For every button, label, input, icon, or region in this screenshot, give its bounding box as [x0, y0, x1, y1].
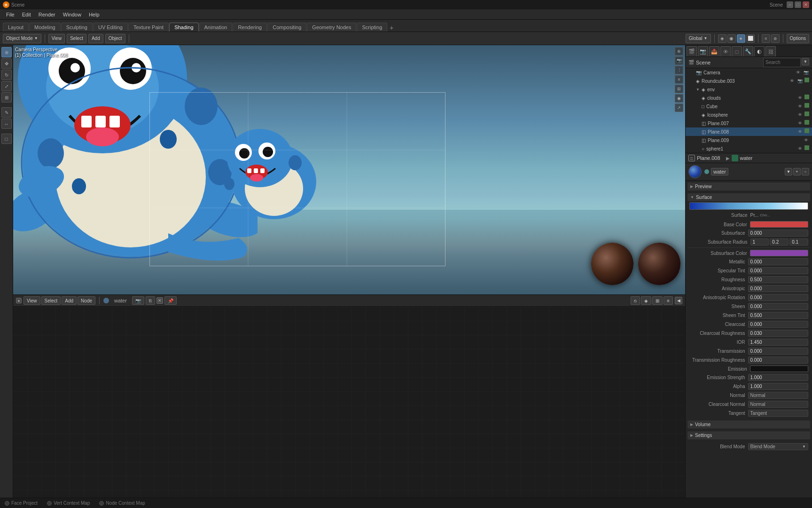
tab-geometry-nodes[interactable]: Geometry Nodes [307, 23, 356, 32]
viewport-shading-btn-1[interactable]: ◈ [718, 34, 726, 43]
node-canvas[interactable]: ● Principled BSDF BSDF Alpha GGX Christe… [13, 307, 685, 498]
cube-vis-eye[interactable]: 👁 [796, 103, 803, 110]
mat-add-btn[interactable]: + [793, 168, 801, 175]
annotate-tool[interactable]: ✎ [1, 107, 12, 118]
viewport-shading-btn-4[interactable]: ⬜ [746, 34, 755, 43]
roundcube-render-icon[interactable]: 📷 [796, 78, 803, 84]
sheen-tint-value[interactable]: 0.500 [748, 312, 809, 319]
shader-mode-icon[interactable]: ● [16, 298, 22, 303]
menu-edit[interactable]: Edit [19, 11, 34, 18]
roughness-value[interactable]: 0.500 [748, 276, 809, 283]
rotate-tool[interactable]: ↻ [1, 70, 12, 80]
outliner-item-sphere1[interactable]: ○ sphere1 👁 [686, 144, 812, 153]
normal-value[interactable]: Normal [748, 392, 809, 399]
metallic-value[interactable]: 0.000 [748, 258, 809, 265]
shader-right-btn-3[interactable]: ⊞ [652, 296, 663, 305]
viewport-btn-gizmo[interactable]: ⊞ [675, 85, 683, 93]
specular-tint-value[interactable]: 0.000 [748, 267, 809, 274]
transform-tool[interactable]: ⊞ [1, 92, 12, 103]
panel-tab-scene[interactable]: 🎬 [687, 46, 697, 56]
shader-add-btn[interactable]: Add [62, 296, 77, 305]
menu-render[interactable]: Render [35, 11, 59, 18]
viewport-3d[interactable]: Camera Perspective (1) Collection | Plan… [13, 45, 685, 294]
blend-mode-dropdown[interactable]: Blend Mode ▼ [748, 443, 809, 450]
panel-tab-constraints[interactable]: ⛓ [765, 46, 776, 56]
volume-header[interactable]: ▶ Volume [687, 421, 810, 429]
cursor-tool[interactable]: ⊕ [1, 47, 12, 57]
shader-select-btn[interactable]: Select [41, 296, 61, 305]
outliner-item-plane009[interactable]: ◫ Plane.009 👁 [686, 136, 812, 144]
tab-scripting[interactable]: Scripting [357, 23, 387, 32]
tab-modeling[interactable]: Modeling [29, 23, 61, 32]
shader-right-btn-1[interactable]: ⎋ [631, 296, 640, 305]
object-menu[interactable]: Object [105, 34, 125, 43]
panel-tab-material[interactable]: ◐ [754, 46, 765, 56]
base-color-field[interactable] [750, 221, 809, 228]
shader-pin-btn[interactable]: 📌 [164, 296, 177, 305]
viewport-btn-expand[interactable]: ↗ [675, 103, 683, 112]
gizmo-btn[interactable]: ⊕ [771, 34, 780, 43]
move-tool[interactable]: ✥ [1, 58, 12, 69]
maximize-btn[interactable]: □ [795, 1, 801, 8]
measure-tool[interactable]: ↔ [1, 119, 12, 129]
outliner-item-plane007[interactable]: ◫ Plane.007 👁 [686, 119, 812, 127]
icosphere-vis-eye[interactable]: 👁 [796, 111, 803, 118]
panel-tab-view[interactable]: 👁 [720, 46, 731, 56]
scale-tool[interactable]: ⤢ [1, 81, 12, 91]
viewport-shading-btn-2[interactable]: ◉ [727, 34, 736, 43]
mat-remove-btn[interactable]: − [802, 168, 809, 175]
add-workspace-btn[interactable]: + [390, 24, 393, 32]
shader-node-btn[interactable]: Node [78, 296, 95, 305]
tab-shading[interactable]: Shading [169, 23, 198, 32]
sub-rad-g[interactable]: 0.2 [770, 238, 789, 246]
outliner-filter-btn[interactable]: ▼ [802, 58, 809, 65]
tangent-value[interactable]: Tangent [748, 410, 809, 417]
shader-right-btn-4[interactable]: ≡ [664, 296, 673, 305]
shader-copy-btn[interactable]: ⎘ [146, 296, 155, 305]
view-menu[interactable]: View [48, 34, 65, 43]
tab-uv-editing[interactable]: UV Editing [93, 23, 128, 32]
panel-tab-modifier[interactable]: 🔧 [743, 46, 753, 56]
add-cube-tool[interactable]: □ [1, 134, 12, 144]
overlay-btn[interactable]: ≡ [762, 34, 770, 43]
viewport-btn-shading[interactable]: ◉ [675, 94, 683, 103]
camera-vis-eye[interactable]: 👁 [795, 69, 801, 76]
panel-tab-render[interactable]: 📷 [698, 46, 708, 56]
tab-compositing[interactable]: Compositing [267, 23, 306, 32]
viewport-btn-overlay[interactable]: ≡ [675, 75, 683, 84]
shader-right-btn-2[interactable]: ◈ [641, 296, 651, 305]
tab-animation[interactable]: Animation [199, 23, 233, 32]
preview-header[interactable]: ▶ Preview [687, 183, 810, 190]
emission-color-field[interactable] [750, 365, 809, 372]
viewport-btn-grid[interactable]: ⋮ [675, 66, 683, 74]
menu-file[interactable]: File [3, 11, 18, 18]
shader-close-btn[interactable]: ✕ [156, 297, 163, 304]
plane007-vis-eye[interactable]: 👁 [796, 120, 803, 127]
sheen-value[interactable]: 0.000 [748, 303, 809, 310]
alpha-value[interactable]: 1.000 [748, 383, 809, 390]
outliner-item-roundcube[interactable]: ◈ Roundcube.003 👁 📷 [686, 77, 812, 85]
outliner-item-env[interactable]: ▼ ◈ env [686, 85, 812, 94]
settings-header[interactable]: ▶ Settings [687, 431, 810, 439]
clearcoat-value[interactable]: 0.000 [748, 321, 809, 328]
outliner-item-plane008[interactable]: ◫ Plane.008 👁 [686, 127, 812, 136]
minimize-btn[interactable]: − [787, 1, 793, 8]
aniso-rot-value[interactable]: 0.000 [748, 294, 809, 301]
clearcoat-rough-value[interactable]: 0.030 [748, 330, 809, 337]
viewport-shading-btn-3[interactable]: ● [737, 34, 745, 43]
cc-normal-value[interactable]: Normal [748, 401, 809, 408]
camera-vis-render[interactable]: 📷 [803, 69, 809, 76]
menu-window[interactable]: Window [60, 11, 85, 18]
trans-rough-value[interactable]: 0.000 [748, 357, 809, 364]
sub-rad-r[interactable]: 1 [750, 238, 769, 246]
scene-dropdown[interactable]: Scene [770, 2, 783, 8]
panel-tab-object[interactable]: □ [732, 46, 742, 56]
sphere1-vis-eye[interactable]: 👁 [796, 145, 803, 152]
panel-tab-output[interactable]: 📤 [709, 46, 719, 56]
clouds-vis-eye[interactable]: 👁 [796, 95, 803, 101]
outliner-search[interactable] [763, 58, 801, 67]
surface-header[interactable]: ▼ Surface [687, 193, 810, 201]
viewport-btn-lock[interactable]: ⊕ [675, 47, 683, 56]
shader-collapse-btn[interactable]: ◀ [675, 297, 682, 304]
transmission-value[interactable]: 0.000 [748, 348, 809, 355]
